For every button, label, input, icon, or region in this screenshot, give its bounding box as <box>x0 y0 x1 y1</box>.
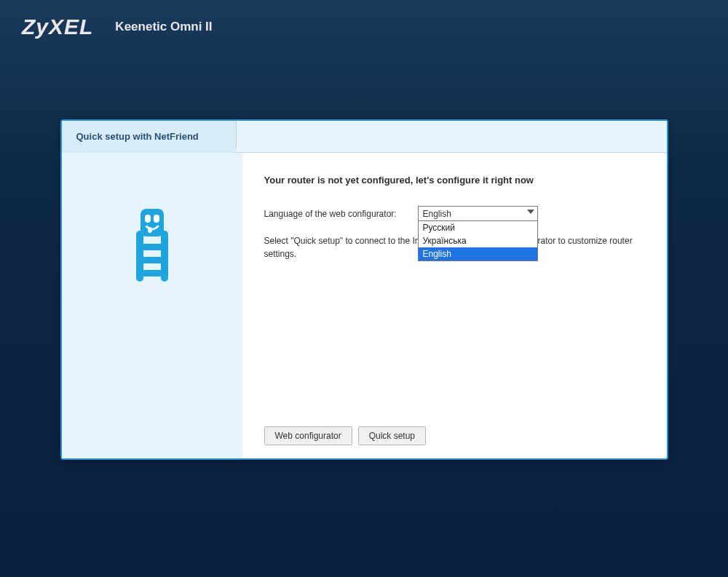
main-content: Your router is not yet configured, let's… <box>242 153 667 458</box>
model-name: Keenetic Omni II <box>115 20 212 34</box>
language-select[interactable]: English <box>418 206 538 221</box>
svg-rect-4 <box>136 270 168 276</box>
button-row: Web configurator Quick setup <box>264 426 427 445</box>
language-row: Language of the web configurator: Englis… <box>264 206 645 221</box>
language-option-ukrainian[interactable]: Українська <box>419 234 537 247</box>
tabs-row: Quick setup with NetFriend <box>62 121 667 153</box>
language-option-english[interactable]: English <box>419 247 537 260</box>
svg-rect-5 <box>141 209 164 236</box>
svg-point-8 <box>148 227 152 233</box>
svg-rect-2 <box>136 244 168 250</box>
brand-logo: ZyXEL <box>22 15 93 39</box>
svg-rect-7 <box>154 215 159 223</box>
sidebar <box>62 153 242 458</box>
tab-quick-setup[interactable]: Quick setup with NetFriend <box>62 121 237 153</box>
language-option-russian[interactable]: Русский <box>419 221 537 234</box>
web-configurator-button[interactable]: Web configurator <box>264 426 352 445</box>
language-dropdown: Русский Українська English <box>418 221 538 261</box>
main-panel: Quick setup with NetFriend <box>60 119 668 460</box>
quick-setup-button[interactable]: Quick setup <box>358 426 426 445</box>
language-select-wrapper: English Русский Українська English <box>418 206 538 221</box>
svg-rect-3 <box>136 257 168 263</box>
mascot-icon <box>130 207 174 287</box>
svg-rect-6 <box>145 215 151 223</box>
chevron-down-icon <box>527 210 534 214</box>
language-label: Language of the web configurator: <box>264 209 407 219</box>
app-header: ZyXEL Keenetic Omni II <box>0 0 728 54</box>
language-selected-value: English <box>423 209 451 219</box>
content-area: Your router is not yet configured, let's… <box>62 153 667 458</box>
page-title: Your router is not yet configured, let's… <box>264 175 645 186</box>
